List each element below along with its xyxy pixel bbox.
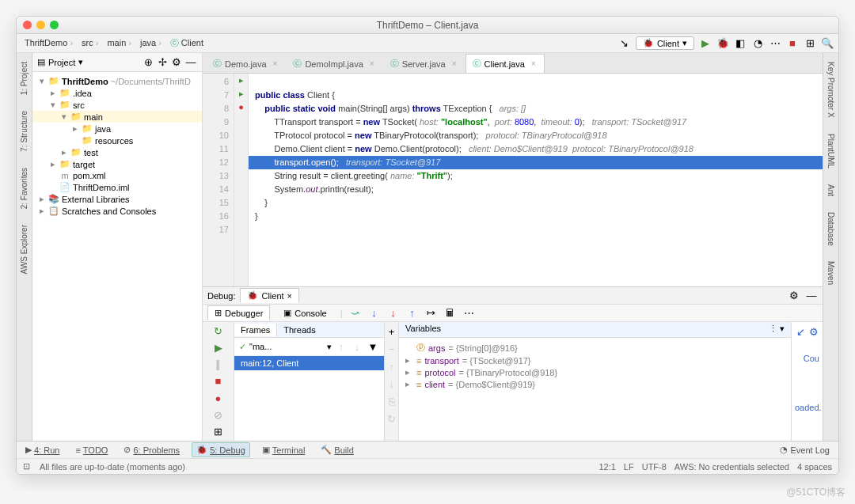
debug-icon[interactable]: 🐞	[716, 37, 729, 50]
rail-item[interactable]: 7: Structure	[20, 108, 28, 154]
bottom-tab[interactable]: ▣ Terminal	[258, 443, 310, 457]
gear-icon[interactable]: ⚙	[808, 325, 820, 338]
rail-item[interactable]: Key Promoter X	[826, 59, 835, 120]
status-item[interactable]: LF	[624, 462, 634, 472]
rail-item[interactable]: AWS Explorer	[20, 222, 28, 276]
tree-node[interactable]: ▸📁.idea	[32, 87, 202, 99]
variable-row[interactable]: ▸≡protocol = {TBinaryProtocol@918}	[404, 366, 786, 378]
editor-tab[interactable]: ⓒDemoImpl.java×	[286, 54, 382, 73]
tree-node[interactable]: ▾📁src	[32, 99, 202, 111]
project-view-icon[interactable]: ▤	[37, 57, 45, 67]
run-config-select[interactable]: 🐞Client▾	[636, 36, 694, 50]
filter-icon[interactable]: ▼	[367, 340, 379, 353]
bottom-tab[interactable]: ▶ 4: Run	[21, 443, 63, 457]
bottom-tab[interactable]: 🐞 5: Debug	[192, 442, 250, 457]
status-item[interactable]: UTF-8	[642, 462, 667, 472]
stop-icon[interactable]: ■	[212, 375, 225, 387]
mute-bp-icon[interactable]: ⊘	[212, 409, 225, 421]
debug-session-tab[interactable]: 🐞Client×	[240, 288, 299, 303]
tree-node[interactable]: ▸📁java	[32, 123, 202, 135]
status-item[interactable]: AWS: No credentials selected	[674, 462, 789, 472]
tree-node[interactable]: ▸📚External Libraries	[32, 193, 202, 205]
editor-tab[interactable]: ⓒDemo.java×	[206, 54, 286, 73]
remove-icon[interactable]: −	[386, 343, 398, 355]
breadcrumb-item[interactable]: src	[78, 36, 104, 49]
breadcrumb-item[interactable]: main	[104, 36, 137, 49]
zoom-icon[interactable]	[50, 21, 59, 29]
close-icon[interactable]	[23, 21, 32, 29]
up-icon[interactable]: ↑	[386, 360, 398, 373]
variable-row[interactable]: ▸≡transport = {TSocket@917}	[404, 354, 786, 366]
expand-icon[interactable]: ✢	[156, 56, 169, 69]
next-frame-icon[interactable]: ↓	[351, 340, 363, 353]
sidebar-title[interactable]: Project	[48, 58, 75, 67]
sync-icon[interactable]: ⊡	[23, 461, 30, 472]
select-opened-icon[interactable]: ⊕	[142, 56, 154, 69]
rail-item[interactable]: Database	[826, 210, 835, 248]
rail-item[interactable]: PlantUML	[826, 131, 835, 171]
minimize-icon[interactable]	[36, 21, 45, 29]
console-tab[interactable]: ▣Console	[276, 305, 333, 320]
search-icon[interactable]: 🔍	[821, 37, 834, 50]
hammer-icon[interactable]: ↘	[618, 37, 631, 50]
tree-node[interactable]: ▾📁ThriftDemo ~/Documents/ThriftD	[32, 75, 202, 87]
bottom-tab[interactable]: ⊘ 6: Problems	[120, 443, 184, 457]
editor-tab[interactable]: ⓒServer.java×	[383, 54, 466, 73]
tree-node[interactable]: ▾📁main	[32, 111, 202, 123]
status-item[interactable]: 4 spaces	[797, 462, 832, 472]
evaluate-icon[interactable]: 🖩	[444, 307, 457, 320]
breadcrumb-item[interactable]: ⓒ Client	[167, 36, 207, 49]
variable-row[interactable]: ▸≡client = {Demo$Client@919}	[404, 378, 786, 390]
hide-icon[interactable]: —	[184, 56, 197, 69]
prev-frame-icon[interactable]: ↑	[335, 340, 348, 353]
rail-item[interactable]: 1: Project	[20, 59, 28, 97]
bottom-tab[interactable]: ≡ TODO	[71, 444, 112, 457]
variables-list[interactable]: ⓟargs = {String[0]@916}▸≡transport = {TS…	[399, 338, 791, 441]
status-item[interactable]: 12:1	[598, 462, 615, 472]
tree-node[interactable]: ▸📁test	[32, 146, 202, 158]
layout-icon[interactable]: ⊞	[804, 37, 816, 50]
gear-icon[interactable]: ⚙	[788, 290, 800, 302]
code-editor[interactable]: 67891011121314151617 ▸▸● public class Cl…	[203, 74, 823, 286]
run-icon[interactable]: ▶	[699, 37, 712, 50]
tree-node[interactable]: ▸📁target	[32, 158, 202, 170]
coverage-icon[interactable]: ◧	[734, 37, 747, 50]
stack-frame[interactable]: main:12, Client	[234, 356, 384, 370]
down-icon[interactable]: ↓	[386, 377, 398, 390]
project-tree[interactable]: ▾📁ThriftDemo ~/Documents/ThriftD▸📁.idea▾…	[32, 72, 202, 441]
icon-gutter[interactable]: ▸▸●	[234, 74, 249, 286]
variable-row[interactable]: ⓟargs = {String[0]@916}	[404, 341, 786, 354]
stop-icon[interactable]: ■	[786, 37, 799, 50]
step-out-icon[interactable]: ↑	[406, 307, 419, 320]
tree-node[interactable]: ▸📋Scratches and Consoles	[32, 205, 202, 217]
add-icon[interactable]: +	[386, 325, 398, 338]
tree-node[interactable]: 📁resources	[32, 135, 202, 146]
force-step-icon[interactable]: ↓	[387, 307, 400, 320]
restore-icon[interactable]: ↙	[795, 325, 807, 338]
pause-icon[interactable]: ‖	[212, 358, 225, 370]
debugger-tab[interactable]: ⊞Debugger	[207, 305, 270, 320]
hide-icon[interactable]: —	[805, 290, 818, 302]
rail-item[interactable]: Ant	[826, 182, 835, 199]
step-over-icon[interactable]: ⤻	[349, 307, 362, 320]
editor-tab[interactable]: ⓒClient.java×	[466, 54, 545, 73]
rail-item[interactable]: Maven	[826, 259, 835, 287]
breakpoints-icon[interactable]: ●	[212, 392, 225, 404]
layout-icon[interactable]: ⊞	[212, 426, 225, 438]
attach-icon[interactable]: ⋯	[769, 37, 781, 50]
profile-icon[interactable]: ◔	[751, 37, 764, 50]
gear-icon[interactable]: ⚙	[170, 56, 183, 69]
bottom-tab[interactable]: 🔨 Build	[317, 443, 357, 457]
more-icon[interactable]: ⋯	[463, 307, 476, 320]
thread-select[interactable]: ✓"ma...▾ ↑ ↓ ▼	[234, 338, 384, 356]
breadcrumb-item[interactable]: java	[137, 36, 167, 49]
code-lines[interactable]: public class Client { public static void…	[249, 74, 823, 286]
resume-icon[interactable]: ▶	[212, 342, 225, 354]
event-log-button[interactable]: ◔ Event Log	[776, 443, 834, 457]
line-gutter[interactable]: 67891011121314151617	[203, 74, 234, 286]
tree-node[interactable]: mpom.xml	[32, 170, 202, 181]
run-to-cursor-icon[interactable]: ↦	[425, 307, 438, 320]
rail-item[interactable]: 2: Favorites	[20, 165, 28, 211]
tree-node[interactable]: 📄ThriftDemo.iml	[32, 181, 202, 193]
rerun-icon[interactable]: ↻	[212, 325, 225, 337]
